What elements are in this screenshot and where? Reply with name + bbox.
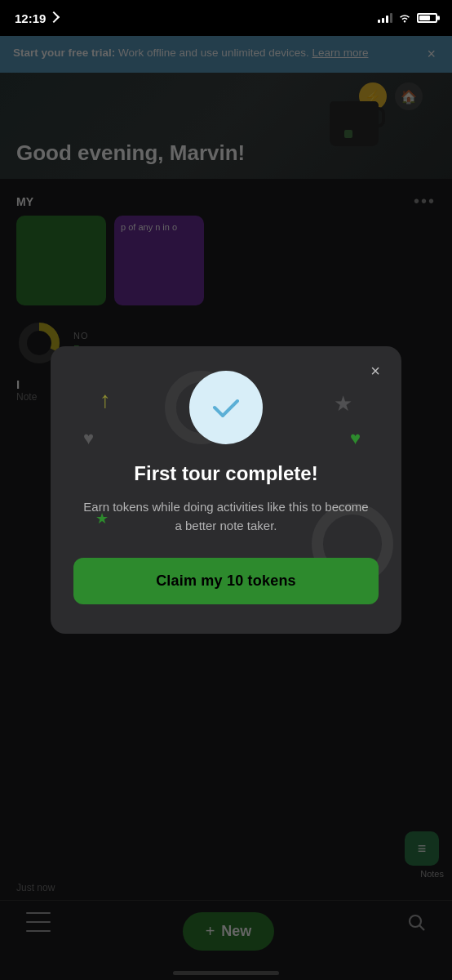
signal-icon — [378, 13, 392, 23]
time-label: 12:19 — [15, 11, 46, 25]
deco-heart-right-icon: ♥ — [350, 428, 361, 449]
checkmark-icon — [208, 390, 244, 425]
deco-arrow-up-icon: ↑ — [100, 387, 111, 413]
location-arrow-icon — [48, 11, 60, 23]
modal-description: Earn tokens while doing activities like … — [73, 498, 379, 535]
deco-star-right-icon: ★ — [334, 391, 352, 416]
wifi-icon — [398, 13, 411, 23]
battery-icon — [417, 13, 437, 23]
claim-tokens-button[interactable]: Claim my 10 tokens — [73, 558, 379, 604]
deco-heart-left-icon: ♥ — [83, 428, 94, 449]
status-bar: 12:19 — [0, 0, 452, 36]
modal-overlay: ↑ ♥ ★ ♥ ★ × First tour complete! Earn to… — [0, 0, 452, 980]
modal-title: First tour complete! — [73, 462, 379, 485]
status-time: 12:19 — [15, 11, 58, 25]
status-icons — [378, 13, 437, 23]
tour-complete-modal: ↑ ♥ ★ ♥ ★ × First tour complete! Earn to… — [51, 346, 401, 634]
modal-close-button[interactable]: × — [364, 359, 387, 382]
check-circle — [189, 371, 263, 444]
